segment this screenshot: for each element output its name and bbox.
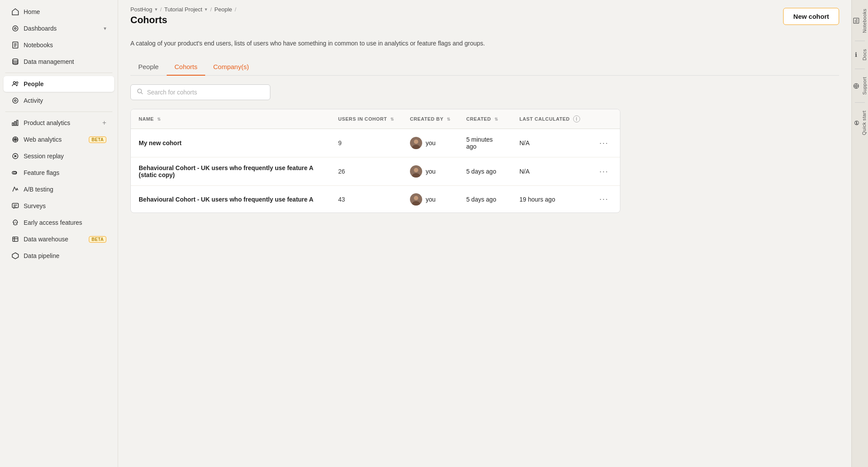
col-name: NAME ⇅ [131, 109, 330, 129]
page-header: PostHog ▾ / Tutorial Project ▾ / People … [118, 0, 851, 30]
col-last-calculated: LAST CALCULATED i [511, 109, 588, 129]
search-icon [137, 88, 144, 96]
table-row[interactable]: Behavioural Cohort - UK users who freque… [131, 157, 620, 186]
sidebar-item-label: Data pipeline [24, 252, 60, 259]
sidebar-item-label: Home [24, 8, 40, 15]
table: NAME ⇅ USERS IN COHORT ⇅ CREATED BY ⇅ [131, 109, 620, 213]
cohort-created-by-cell: you [402, 157, 458, 186]
sidebar-item-feature-flags[interactable]: Feature flags [4, 165, 114, 181]
cohort-users-cell: 43 [330, 186, 402, 213]
home-icon [11, 8, 19, 16]
sidebar-item-dashboards[interactable]: Dashboards ▾ [4, 21, 114, 36]
svg-marker-16 [14, 155, 17, 157]
sidebar-item-home[interactable]: Home [4, 4, 114, 20]
right-sidebar-item-notebooks[interactable]: Notebooks [852, 3, 868, 38]
cohort-more-button[interactable]: ··· [596, 193, 612, 206]
svg-point-7 [14, 82, 16, 84]
cohorts-table: NAME ⇅ USERS IN COHORT ⇅ CREATED BY ⇅ [130, 109, 620, 213]
name-sort-icon[interactable]: ⇅ [157, 117, 161, 122]
svg-point-6 [13, 59, 18, 61]
created-sort-icon[interactable]: ⇅ [494, 117, 498, 122]
web-analytics-icon [11, 136, 19, 143]
product-analytics-add-icon[interactable]: + [102, 119, 106, 127]
sidebar-item-web-analytics[interactable]: Web analytics BETA [4, 132, 114, 147]
right-sidebar-item-support[interactable]: Support [852, 72, 868, 100]
users-sort-icon[interactable]: ⇅ [390, 117, 394, 122]
sidebar-item-session-replay[interactable]: Session replay [4, 148, 114, 164]
tab-cohorts[interactable]: Cohorts [167, 59, 206, 76]
sidebar-item-data-warehouse[interactable]: Data warehouse BETA [4, 231, 114, 247]
cohort-created-cell: 5 days ago [458, 186, 512, 213]
user-count: 43 [338, 196, 345, 203]
product-analytics-icon [11, 119, 19, 127]
sidebar-item-ab-testing[interactable]: A/B testing [4, 181, 114, 197]
tutorial-project-dropdown-icon[interactable]: ▾ [205, 7, 207, 12]
svg-rect-19 [12, 203, 18, 208]
data-pipeline-icon [11, 252, 19, 260]
right-sidebar-item-quickstart[interactable]: ① Quick start [852, 105, 868, 140]
cohort-name-cell: Behavioural Cohort - UK users who freque… [131, 186, 330, 213]
sidebar-item-product-analytics[interactable]: Product analytics + [4, 115, 114, 131]
svg-point-10 [14, 100, 16, 101]
breadcrumb-people[interactable]: People [214, 6, 232, 13]
cohort-users-cell: 26 [330, 157, 402, 186]
sidebar-item-label: Product analytics [24, 119, 70, 126]
cohort-more-button[interactable]: ··· [596, 165, 612, 178]
cohort-created-by-cell: you [402, 129, 458, 157]
svg-marker-26 [12, 253, 18, 259]
cohort-users-cell: 9 [330, 129, 402, 157]
sidebar-item-surveys[interactable]: Surveys [4, 198, 114, 214]
table-row[interactable]: Behavioural Cohort - UK users who freque… [131, 186, 620, 213]
right-sidebar-divider-3 [855, 102, 864, 103]
right-docs-icon: ℹ [853, 51, 860, 58]
new-cohort-button[interactable]: New cohort [783, 8, 839, 25]
svg-point-0 [13, 26, 18, 31]
right-support-label: Support [862, 77, 867, 95]
col-created-by: CREATED BY ⇅ [402, 109, 458, 129]
svg-point-8 [16, 82, 18, 84]
cohort-more-button[interactable]: ··· [596, 137, 612, 150]
right-sidebar-divider [855, 41, 864, 41]
cohort-actions-cell: ··· [588, 157, 620, 186]
dashboards-expand-icon[interactable]: ▾ [104, 25, 106, 31]
col-actions [588, 109, 620, 129]
created-date: 5 days ago [466, 196, 497, 203]
right-sidebar: Notebooks ℹ Docs Support ① Quick start [851, 0, 868, 467]
sidebar-item-early-access[interactable]: Early access features [4, 215, 114, 230]
web-analytics-beta-badge: BETA [89, 136, 106, 143]
sidebar: Home Dashboards ▾ Notebooks [0, 0, 118, 467]
main-content: PostHog ▾ / Tutorial Project ▾ / People … [118, 0, 851, 467]
created-by-sort-icon[interactable]: ⇅ [447, 117, 451, 122]
cohort-name: Behavioural Cohort - UK users who freque… [139, 164, 313, 178]
table-row[interactable]: My new cohort 9 you 5 minutes ago N/A [131, 129, 620, 157]
dashboards-icon [11, 24, 19, 32]
svg-point-1 [14, 28, 16, 29]
tab-companies[interactable]: Company(s) [205, 59, 257, 76]
sidebar-item-activity[interactable]: Activity [4, 93, 114, 108]
breadcrumb: PostHog ▾ / Tutorial Project ▾ / People … [130, 6, 236, 13]
sidebar-item-data-management[interactable]: Data management [4, 54, 114, 70]
posthog-dropdown-icon[interactable]: ▾ [155, 7, 158, 12]
page-description: A catalog of your product's end users, l… [130, 39, 612, 48]
breadcrumb-posthog[interactable]: PostHog [130, 6, 152, 13]
last-calculated-info-icon[interactable]: i [573, 115, 580, 122]
sidebar-item-label: Feature flags [24, 169, 60, 176]
svg-rect-11 [12, 123, 14, 125]
sidebar-divider-2 [5, 112, 112, 112]
svg-rect-23 [13, 237, 18, 241]
tab-people[interactable]: People [130, 59, 167, 76]
sidebar-item-people[interactable]: People [4, 76, 114, 92]
sidebar-item-data-pipeline[interactable]: Data pipeline [4, 248, 114, 264]
svg-point-33 [414, 168, 418, 172]
right-sidebar-item-docs[interactable]: ℹ Docs [852, 44, 868, 66]
cohort-created-cell: 5 minutes ago [458, 129, 512, 157]
breadcrumb-tutorial-project[interactable]: Tutorial Project [164, 6, 203, 13]
search-input[interactable] [147, 89, 264, 96]
avatar [410, 193, 422, 206]
user-count: 26 [338, 168, 345, 175]
cohort-last-calculated-cell: N/A [511, 157, 588, 186]
notebooks-icon [11, 41, 19, 49]
right-notebooks-icon [853, 18, 860, 24]
sidebar-item-notebooks[interactable]: Notebooks [4, 37, 114, 53]
sidebar-item-label: Surveys [24, 202, 46, 209]
